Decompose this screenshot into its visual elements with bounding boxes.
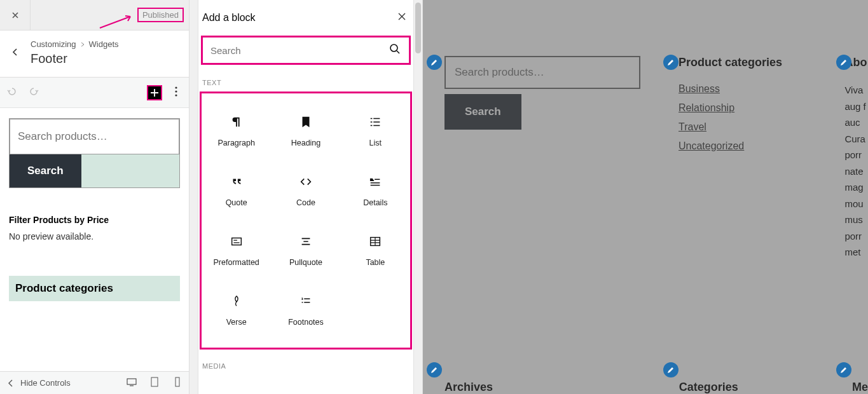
preview-categories2-title: Categories: [679, 381, 814, 394]
edit-shortcut-icon[interactable]: [836, 362, 851, 377]
heading-icon: [299, 114, 313, 130]
scrollbar-right[interactable]: [413, 0, 422, 394]
preview-about-widget: Abo Viva aug fauc Cura porr nate mag mou…: [844, 56, 868, 261]
preview-about-text: Viva aug fauc Cura porr nate mag mou mus…: [844, 82, 868, 261]
undo-button[interactable]: [6, 86, 18, 100]
breadcrumb: Customizing Widgets: [31, 39, 119, 49]
svg-rect-3: [127, 379, 136, 384]
block-table[interactable]: Table: [341, 221, 410, 280]
verse-icon: [230, 294, 244, 309]
preview-archives-title: Archives: [444, 381, 641, 394]
edit-shortcut-icon[interactable]: [836, 55, 851, 70]
block-verse[interactable]: Verse: [202, 280, 271, 340]
editor-toolbar: [0, 78, 189, 108]
search-input[interactable]: [10, 119, 179, 154]
svg-rect-7: [231, 238, 241, 245]
customizer-sidebar: Published Customizing Widgets Footer: [0, 0, 189, 394]
section-label-media: MEDIA: [202, 362, 413, 370]
block-quote[interactable]: Quote: [202, 161, 271, 221]
pullquote-icon: [299, 234, 313, 249]
breadcrumb-title: Footer: [31, 51, 119, 66]
preformatted-icon: [230, 234, 244, 249]
customizer-footer: Hide Controls: [0, 371, 189, 394]
svg-rect-5: [176, 377, 179, 386]
block-grid-text: Paragraph Heading List Quote Code: [200, 92, 412, 350]
publish-button[interactable]: Published: [137, 8, 184, 22]
filter-price-text: No preview available.: [9, 231, 180, 241]
block-details[interactable]: Details: [341, 161, 410, 221]
block-code[interactable]: Code: [271, 161, 340, 221]
edit-shortcut-icon[interactable]: [663, 55, 679, 70]
search-button[interactable]: Search: [10, 154, 81, 187]
close-panel-button[interactable]: [397, 11, 407, 24]
preview-category-list: Business Relationship Travel Uncategoriz…: [679, 83, 806, 152]
scrollbar-left[interactable]: [189, 0, 198, 394]
more-menu-button[interactable]: [170, 85, 183, 100]
search-icon: [389, 43, 401, 58]
filter-price-widget[interactable]: Filter Products by Price No preview avai…: [9, 212, 180, 253]
preview-search-button[interactable]: Search: [444, 94, 521, 130]
category-link[interactable]: Relationship: [679, 102, 806, 114]
breadcrumb-root: Customizing: [31, 39, 76, 49]
svg-text:1: 1: [301, 297, 303, 301]
category-link[interactable]: Uncategorized: [679, 140, 806, 152]
list-icon: [368, 114, 382, 130]
customizer-topbar: Published: [0, 0, 189, 31]
details-icon: [368, 174, 382, 189]
svg-rect-4: [151, 377, 158, 386]
block-list[interactable]: List: [341, 101, 410, 161]
category-link[interactable]: Business: [679, 83, 806, 95]
hide-controls-button[interactable]: Hide Controls: [6, 378, 71, 388]
back-button[interactable]: [0, 39, 31, 56]
search-widget[interactable]: Search: [9, 118, 180, 188]
block-pullquote[interactable]: Pullquote: [271, 221, 340, 280]
redo-button[interactable]: [28, 86, 39, 100]
block-preformatted[interactable]: Preformatted: [202, 221, 271, 280]
preview-categories-widget: Product categories Business Relationship…: [679, 56, 806, 261]
edit-shortcut-icon[interactable]: [427, 55, 442, 70]
preview-categories-title: Product categories: [679, 56, 806, 69]
preview-search-widget: Search: [444, 56, 640, 261]
device-tablet-icon[interactable]: [149, 377, 160, 390]
block-paragraph[interactable]: Paragraph: [202, 101, 271, 161]
block-search-input[interactable]: [210, 45, 389, 56]
widget-list: Search Filter Products by Price No previ…: [0, 108, 189, 371]
edit-shortcut-icon[interactable]: [427, 362, 442, 377]
svg-point-6: [390, 44, 397, 51]
preview-search-input[interactable]: [444, 56, 640, 89]
device-desktop-icon[interactable]: [127, 377, 137, 390]
block-footnotes[interactable]: 1 Footnotes: [271, 280, 340, 340]
filter-price-title: Filter Products by Price: [9, 215, 180, 225]
product-categories-title: Product categories: [15, 282, 174, 295]
add-block-button[interactable]: [147, 85, 162, 100]
svg-point-0: [175, 86, 177, 88]
paragraph-icon: [230, 114, 244, 130]
block-search-wrap: [201, 36, 411, 65]
widget-spacer: [81, 154, 179, 187]
breadcrumb-item: Widgets: [89, 39, 119, 49]
breadcrumb-bar: Customizing Widgets Footer: [0, 31, 189, 78]
svg-point-1: [175, 90, 177, 92]
category-link[interactable]: Travel: [679, 121, 806, 133]
device-mobile-icon[interactable]: [172, 377, 183, 390]
block-inserter-panel: Add a block TEXT Paragraph Heading: [189, 0, 423, 394]
section-label-text: TEXT: [202, 79, 413, 86]
block-heading[interactable]: Heading: [271, 101, 340, 161]
preview-meta-title: Me: [852, 381, 868, 394]
code-icon: [299, 174, 313, 189]
preview-pane: Search Product categories Business Relat…: [423, 0, 868, 394]
footnotes-icon: 1: [299, 294, 313, 309]
product-categories-widget[interactable]: Product categories: [9, 276, 180, 301]
svg-point-2: [175, 94, 177, 96]
close-customizer-button[interactable]: [0, 0, 31, 31]
hide-controls-label: Hide Controls: [20, 378, 71, 388]
panel-title: Add a block: [202, 12, 256, 24]
quote-icon: [230, 174, 244, 189]
table-icon: [368, 234, 382, 249]
edit-shortcut-icon[interactable]: [663, 362, 679, 377]
